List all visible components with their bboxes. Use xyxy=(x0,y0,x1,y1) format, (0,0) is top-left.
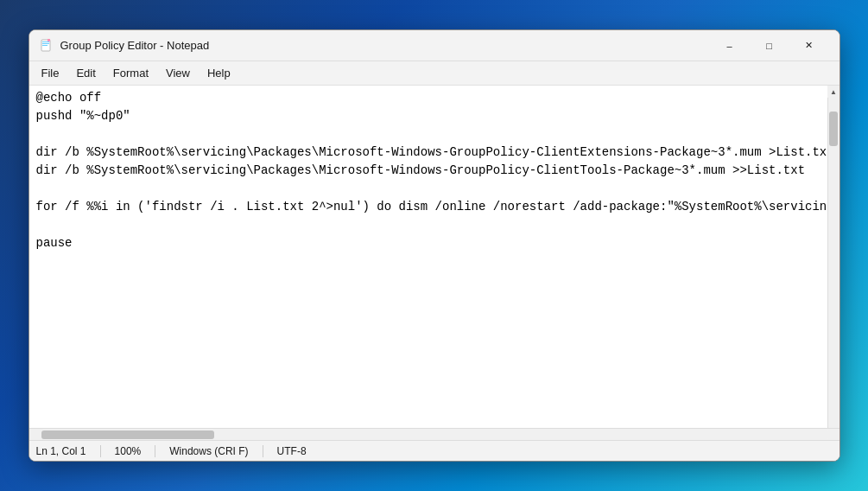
vertical-scrollbar[interactable]: ▲ xyxy=(827,86,839,428)
horizontal-scrollbar-track[interactable] xyxy=(41,430,827,439)
status-divider-2 xyxy=(155,445,155,457)
minimize-button[interactable]: – xyxy=(710,30,750,61)
svg-rect-2 xyxy=(42,43,49,44)
status-divider-3 xyxy=(263,445,263,457)
window-title: Group Policy Editor - Notepad xyxy=(60,39,710,52)
status-divider-1 xyxy=(100,445,101,457)
zoom-label: 100% xyxy=(115,445,142,457)
svg-rect-1 xyxy=(42,41,49,42)
line-ending: Windows (CRI F) xyxy=(169,445,248,457)
line-ending-label: Windows (CRI F) xyxy=(169,445,248,457)
zoom-level: 100% xyxy=(115,445,142,457)
menu-edit[interactable]: Edit xyxy=(67,65,104,81)
text-editor[interactable]: @echo off pushd "%~dp0" dir /b %SystemRo… xyxy=(29,86,827,428)
encoding-label: UTF-8 xyxy=(277,445,307,457)
title-controls: – □ ✕ xyxy=(710,30,829,61)
position-label: Ln 1, Col 1 xyxy=(36,445,86,457)
title-bar: Group Policy Editor - Notepad – □ ✕ xyxy=(29,30,839,61)
menu-view[interactable]: View xyxy=(157,65,199,81)
menu-bar: File Edit Format View Help xyxy=(29,61,839,86)
encoding: UTF-8 xyxy=(277,445,307,457)
editor-area: @echo off pushd "%~dp0" dir /b %SystemRo… xyxy=(29,86,839,428)
status-bar: Ln 1, Col 1 100% Windows (CRI F) UTF-8 xyxy=(29,440,839,461)
notepad-window: Group Policy Editor - Notepad – □ ✕ File… xyxy=(29,29,840,462)
menu-format[interactable]: Format xyxy=(105,65,157,81)
menu-file[interactable]: File xyxy=(33,65,68,81)
svg-rect-4 xyxy=(48,39,50,41)
close-button[interactable]: ✕ xyxy=(789,30,829,61)
menu-help[interactable]: Help xyxy=(199,65,239,81)
svg-rect-3 xyxy=(42,45,48,46)
horizontal-scrollbar-thumb[interactable] xyxy=(41,430,214,439)
scroll-up-button[interactable]: ▲ xyxy=(827,86,839,98)
horizontal-scrollbar-container xyxy=(29,428,839,440)
notepad-icon xyxy=(40,39,54,53)
maximize-button[interactable]: □ xyxy=(750,30,789,61)
cursor-position: Ln 1, Col 1 xyxy=(36,445,86,457)
scrollbar-thumb-v[interactable] xyxy=(829,112,838,146)
